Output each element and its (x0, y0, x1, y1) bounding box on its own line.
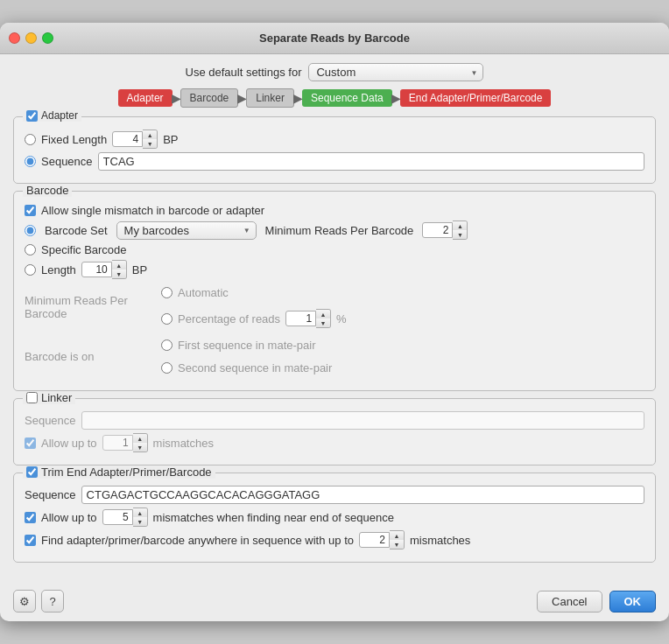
first-sequence-radio[interactable] (161, 340, 173, 351)
linker-allow-up-checkbox[interactable] (25, 438, 36, 449)
sequence-row: Sequence (25, 152, 644, 171)
trim-allow-up-checkbox[interactable] (25, 512, 36, 523)
percentage-down[interactable]: ▼ (316, 318, 330, 327)
default-settings-dropdown[interactable]: Custom Default IonXpress IonCode (308, 63, 483, 81)
percentage-radio[interactable] (161, 313, 173, 325)
pipeline-end-adapter: End Adapter/Primer/Barcode (400, 89, 552, 107)
barcode-section-title: Barcode (23, 184, 72, 197)
window-title: Separate Reads by Barcode (259, 32, 410, 45)
adapter-enabled-checkbox[interactable] (26, 110, 38, 122)
automatic-radio[interactable] (161, 287, 173, 298)
linker-mismatches-label: mismatches (153, 437, 214, 450)
barcode-is-on-label: Barcode is on (25, 350, 156, 363)
specific-barcode-radio[interactable] (25, 244, 36, 256)
gear-button[interactable]: ⚙ (13, 590, 36, 612)
maximize-button[interactable] (42, 32, 53, 44)
fixed-length-down[interactable]: ▼ (143, 139, 157, 148)
linker-section: Linker Sequence Allow up to ▲ ▼ (13, 398, 656, 466)
sequence-radio[interactable] (25, 156, 36, 167)
allow-mismatch-checkbox[interactable] (25, 205, 36, 216)
length-label: Length (41, 263, 76, 276)
find-adapter-buttons: ▲ ▼ (390, 530, 405, 550)
adapter-section-title: Adapter (23, 109, 81, 122)
min-reads-inline-down[interactable]: ▼ (453, 230, 467, 239)
barcode-set-radio[interactable] (25, 225, 36, 236)
pipeline-sequence: Sequence Data (302, 89, 392, 107)
length-row: Length ▲ ▼ BP (25, 260, 644, 279)
adapter-title-label: Adapter (41, 109, 78, 122)
percentage-input[interactable] (285, 311, 316, 326)
linker-allow-up-btn-up[interactable]: ▲ (133, 434, 147, 443)
trim-enabled-checkbox[interactable] (26, 466, 38, 478)
trim-allow-up-spinner: ▲ ▼ (102, 508, 148, 527)
sequence-input[interactable] (98, 152, 644, 171)
trim-title-label: Trim End Adapter/Primer/Barcode (41, 466, 212, 479)
pipeline-linker: Linker (246, 88, 294, 108)
fixed-length-radio[interactable] (25, 134, 36, 145)
linker-allow-up-input[interactable] (102, 435, 133, 451)
linker-sequence-input[interactable] (81, 411, 644, 430)
find-adapter-spinner: ▲ ▼ (359, 530, 405, 550)
length-radio[interactable] (25, 264, 36, 276)
minimize-button[interactable] (25, 32, 37, 44)
length-unit: BP (132, 263, 147, 276)
trim-section-content: Sequence Allow up to ▲ ▼ mismatches when… (25, 486, 644, 550)
gear-icon: ⚙ (19, 595, 30, 608)
length-input[interactable] (81, 262, 112, 277)
pipeline-barcode: Barcode (180, 88, 239, 108)
default-settings-dropdown-wrapper: Custom Default IonXpress IonCode (308, 63, 483, 81)
find-adapter-label: Find adapter/primer/barcode anywhere in … (41, 534, 354, 547)
barcode-set-dropdown[interactable]: My barcodes IonXpress IonCode (116, 221, 257, 240)
find-adapter-input[interactable] (359, 532, 390, 548)
find-adapter-suffix: mismatches (410, 534, 470, 547)
linker-allow-up-spinner: ▲ ▼ (102, 433, 148, 452)
trim-allow-up-input[interactable] (102, 509, 133, 525)
linker-section-title: Linker (23, 391, 75, 404)
min-reads-options: Automatic Percentage of reads ▲ ▼ (161, 283, 347, 332)
second-sequence-label: Second sequence in mate-pair (178, 361, 332, 374)
length-down[interactable]: ▼ (112, 270, 126, 278)
linker-allow-up-btn-down[interactable]: ▼ (133, 443, 147, 452)
percentage-label: Percentage of reads (178, 312, 280, 326)
min-reads-inline-label: Minimum Reads Per Barcode (265, 224, 414, 237)
close-button[interactable] (9, 32, 20, 44)
help-button[interactable]: ? (41, 590, 64, 612)
min-reads-inline-up[interactable]: ▲ (453, 221, 467, 230)
trim-allow-up-buttons: ▲ ▼ (133, 508, 148, 527)
allow-mismatch-label: Allow single mismatch in barcode or adap… (41, 204, 264, 217)
help-icon: ? (49, 595, 55, 608)
linker-title-label: Linker (41, 391, 72, 404)
traffic-lights (9, 32, 53, 44)
fixed-length-spinner-buttons: ▲ ▼ (143, 130, 158, 149)
find-adapter-btn-down[interactable]: ▼ (390, 540, 404, 549)
fixed-length-up[interactable]: ▲ (143, 130, 157, 139)
adapter-section: Adapter Fixed Length ▲ ▼ BP (13, 116, 656, 184)
specific-barcode-row: Specific Barcode (25, 243, 644, 256)
automatic-label: Automatic (178, 286, 229, 299)
barcode-set-label: Barcode Set (45, 224, 108, 237)
trim-sequence-input[interactable] (81, 486, 644, 504)
barcode-title-label: Barcode (26, 184, 68, 197)
fixed-length-unit: BP (163, 133, 178, 146)
length-up[interactable]: ▲ (112, 261, 126, 270)
trim-allow-up-btn-up[interactable]: ▲ (133, 508, 147, 517)
first-sequence-row: First sequence in mate-pair (161, 339, 332, 352)
trim-allow-up-row: Allow up to ▲ ▼ mismatches when finding … (25, 508, 644, 527)
cancel-button[interactable]: Cancel (537, 591, 602, 612)
min-reads-inline-input[interactable] (422, 222, 453, 238)
fixed-length-row: Fixed Length ▲ ▼ BP (25, 130, 644, 149)
linker-section-content: Sequence Allow up to ▲ ▼ mismatches (25, 411, 644, 452)
find-adapter-checkbox[interactable] (25, 535, 36, 546)
default-settings-label: Use default settings for (186, 66, 302, 79)
linker-enabled-checkbox[interactable] (26, 392, 38, 403)
ok-button[interactable]: OK (609, 591, 657, 612)
barcode-set-dropdown-wrapper: My barcodes IonXpress IonCode (116, 221, 257, 240)
percentage-row: Percentage of reads ▲ ▼ % (161, 309, 347, 328)
fixed-length-input[interactable] (112, 131, 143, 147)
trim-allow-up-btn-down[interactable]: ▼ (133, 517, 147, 526)
second-sequence-radio[interactable] (161, 362, 173, 374)
find-adapter-row: Find adapter/primer/barcode anywhere in … (25, 530, 644, 550)
find-adapter-btn-up[interactable]: ▲ (390, 531, 404, 540)
percentage-up[interactable]: ▲ (316, 310, 330, 318)
fixed-length-label: Fixed Length (41, 133, 107, 146)
